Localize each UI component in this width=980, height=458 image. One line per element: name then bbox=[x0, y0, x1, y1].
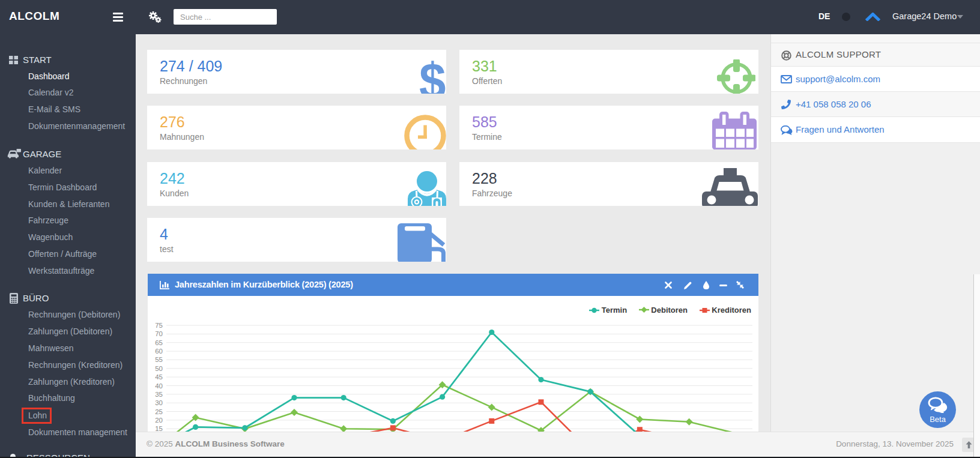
svg-text:75: 75 bbox=[155, 322, 163, 329]
svg-text:30: 30 bbox=[155, 399, 163, 406]
svg-text:35: 35 bbox=[155, 391, 163, 398]
svg-text:50: 50 bbox=[155, 365, 163, 372]
svg-text:65: 65 bbox=[155, 339, 163, 346]
svg-text:15: 15 bbox=[155, 425, 163, 432]
svg-text:45: 45 bbox=[155, 373, 163, 381]
svg-text:55: 55 bbox=[155, 356, 163, 363]
svg-text:70: 70 bbox=[155, 330, 163, 337]
svg-text:60: 60 bbox=[155, 348, 163, 355]
svg-text:40: 40 bbox=[155, 382, 163, 390]
svg-text:20: 20 bbox=[155, 417, 163, 424]
svg-text:25: 25 bbox=[155, 408, 163, 415]
